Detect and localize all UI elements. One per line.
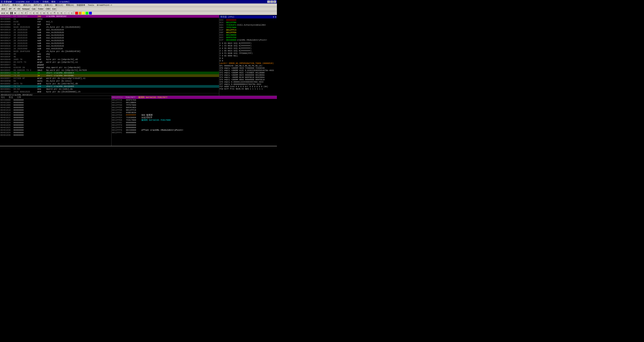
menu-item-f[interactable]: 文件(F)	[0, 4, 11, 7]
color4[interactable]	[86, 12, 88, 15]
cpu-win[interactable]: c	[50, 12, 52, 15]
stop-button[interactable]: ■	[14, 12, 16, 15]
save-button[interactable]: 保存	[0, 7, 6, 11]
disasm-row[interactable]: 0043D01F2D 2D2D2D2Dsubeax,0x2D2D2D2D	[0, 37, 219, 39]
reg-value[interactable]: 0012FFB0	[226, 21, 236, 24]
color2[interactable]	[78, 12, 82, 15]
color5[interactable]	[89, 12, 92, 15]
color1[interactable]	[75, 12, 78, 15]
exec-till-ret[interactable]: l	[29, 12, 32, 15]
dump-row[interactable]: 0040100400000000	[0, 101, 111, 104]
disassembly-pane[interactable]: 0043D000E9 5D010000jmpcrackMe.0043D16200…	[0, 15, 219, 96]
reg-value[interactable]: 0043D000	[226, 39, 236, 41]
menu-item-h[interactable]: 帮助(H)	[65, 4, 75, 7]
dump-row[interactable]: 0040102000000000	[0, 119, 111, 121]
disasm-row[interactable]: 0043D048626C65 20boundebp,qword ptr ss:[…	[0, 66, 219, 69]
dump-row[interactable]: 0043000000000000	[0, 99, 111, 101]
disasm-row[interactable]: 0043D008CD 0Dint0xD	[0, 23, 219, 26]
menu-item-i[interactable]: 选项(I)	[43, 4, 54, 7]
dump-row[interactable]: 0040103800000000	[0, 134, 111, 136]
stack-pane[interactable]: 0012FFC4 7C817077 返回到 kernel32.7C817077 …	[112, 96, 277, 146]
stack-row[interactable]: 0012FFFC00000000	[112, 131, 277, 134]
reg-value[interactable]: 7FFD7000	[226, 26, 236, 29]
disasm-row[interactable]: 0043D0242D 2D2D2D2Dsubeax,0x2D2D2D2D	[0, 39, 219, 42]
disasm-row[interactable]: 0043D057637469 6Farplword ptr ds:[ecx+eb…	[0, 77, 219, 80]
stack-row[interactable]: 0012FFD80012FFC8	[112, 109, 277, 111]
menu-item-d[interactable]: 调试(D)	[22, 4, 32, 7]
cmd-button[interactable]: CMD	[45, 7, 51, 11]
close-button[interactable]: ✕	[274, 1, 276, 3]
menu-item-v[interactable]: 查看(V)	[11, 4, 22, 7]
kernel-dbg[interactable]: k	[56, 12, 60, 15]
step-into-button[interactable]: →	[17, 12, 20, 15]
notepad-button[interactable]: Notepad	[21, 7, 30, 11]
stack-row[interactable]: 0012FFD07FFD7000	[112, 104, 277, 106]
run-trace[interactable]: r	[63, 12, 66, 15]
disasm-row[interactable]: 0043D04761popad	[0, 64, 219, 66]
disasm-row[interactable]: 0043D04C66:696C65 73 2imulbp,word ptr ss…	[0, 69, 219, 72]
disasm-row[interactable]: 0043D0102D 2D2D2D2Dsubeax,0x2D2D2D2D	[0, 29, 219, 31]
trace[interactable]: t	[39, 12, 42, 15]
pause-button[interactable]: ▐▐	[9, 12, 13, 15]
stack-row[interactable]: 0012FFF80043D000offset crackMe.<ModuleEn…	[112, 129, 277, 131]
calc-button[interactable]: Calc	[31, 7, 36, 11]
menu-item-[interactable]: 快捷菜单	[76, 4, 86, 7]
dump-row[interactable]: 0040102400000000	[0, 121, 111, 124]
disasm-row[interactable]: 0043D0380A2D 204F5269orch,byte ptr ds:[0…	[0, 50, 219, 53]
reg-value[interactable]: 005F67E0	[226, 36, 236, 39]
disasm-row[interactable]: 0043D0292D 2D2D2D2Dsubeax,0x2D2D2D2D	[0, 42, 219, 45]
disasm-row[interactable]: 0043D01A2D 2D2D2D2Dsubeax,0x2D2D2D2D	[0, 34, 219, 37]
folder-button[interactable]: Folder	[37, 7, 44, 11]
disasm-row[interactable]: 0043D03E45incebp	[0, 53, 219, 56]
stack-row[interactable]: 0012FFF000000000	[112, 124, 277, 126]
vb-button[interactable]: VB	[16, 7, 21, 11]
reg-value[interactable]: 00000000	[226, 19, 236, 21]
restart-button[interactable]: ◄◄	[0, 12, 6, 15]
breakpoints[interactable]: b	[60, 12, 63, 15]
disasm-row[interactable]: 0043D04365:6375 74arplword ptr gs:[ebp+0…	[0, 61, 219, 64]
minimize-button[interactable]: ─	[267, 1, 270, 3]
disasm-row[interactable]: 0043D05C2073 79andbyte ptr ds:[ebx+0x79]…	[0, 82, 219, 85]
menu-item-breakpoint[interactable]: BreakPoint->	[96, 4, 113, 7]
disasm-row[interactable]: 0043D05372 6Fjbshort crackMe.0043D0C4	[0, 72, 219, 74]
step-out-button[interactable]: ↺	[24, 12, 27, 15]
disasm-row[interactable]: 0043D000E9 5D010000jmpcrackMe.0043D162	[0, 15, 219, 18]
dump-row[interactable]: 0040101000000000	[0, 109, 111, 111]
exec-expr[interactable]: e	[32, 12, 35, 15]
dump-pane[interactable]: 地址 数值 注释 0043000000000000004010040000000…	[0, 96, 112, 146]
disasm-row[interactable]: 0043D0332D 202D2D0Dsubeax,0xD2D2D20	[0, 47, 219, 50]
run-button[interactable]: ►	[6, 12, 9, 15]
dump-row[interactable]: 0040101C00000000	[0, 116, 111, 119]
step-over-button[interactable]: ↻	[20, 12, 24, 15]
stack-row[interactable]: 0012FFDC8ABD3B30	[112, 111, 277, 114]
disasm-row[interactable]: 0043D00A0A2D 2D2D2D2Dorch,byte ptr ds:[0…	[0, 26, 219, 29]
dump-row[interactable]: 0040100800000000	[0, 104, 111, 106]
disasm-row[interactable]: 0043D03F4Edecesi	[0, 56, 219, 58]
menu-item-tools[interactable]: Tools	[87, 4, 96, 7]
p-button[interactable]: P	[13, 7, 16, 11]
handle[interactable]: h	[46, 12, 49, 15]
stack-row[interactable]: 0012FFD48054C6ED	[112, 106, 277, 109]
stack-row[interactable]: 0012FFE0FFFFFFFFSEH 链尾部	[112, 114, 277, 116]
color3[interactable]	[82, 12, 85, 15]
disasm-row[interactable]: 0043D063202D 0D0A2D2Dandbyte ptr ds:[0x2…	[0, 91, 219, 93]
bp-button[interactable]: BP	[8, 7, 12, 11]
dump-row[interactable]: 0040103400000000	[0, 131, 111, 134]
patch[interactable]: P	[53, 12, 56, 15]
exit-button[interactable]: Exit	[51, 7, 56, 11]
reg-value[interactable]: 0012FFC4	[226, 29, 236, 31]
reg-value[interactable]: 0012B808	[226, 34, 236, 36]
disasm-row[interactable]: 0043D05B6eoutsdx,byte ptr ds:[esi]	[0, 80, 219, 82]
reg-value[interactable]: 7C92EAFA	[226, 24, 236, 26]
watch[interactable]: w	[42, 12, 46, 15]
disasm-row[interactable]: 0043D0152D 2D2D2D2Dsubeax,0x2D2D2D2D	[0, 31, 219, 34]
menu-item-z[interactable]: 窗口(Z)	[54, 4, 64, 7]
source[interactable]: s	[70, 12, 73, 15]
disasm-row[interactable]: 0043D05F73 74jnbshort crackMe.0043D0D5	[0, 85, 219, 88]
inspect[interactable]: i	[67, 12, 70, 15]
maximize-button[interactable]: □	[270, 1, 273, 3]
disasm-row[interactable]: 0043D005CEinto	[0, 18, 219, 21]
stack-row[interactable]: 0012FFE47C839AD8SE处理程序	[112, 116, 277, 119]
reg-value[interactable]: 0012FFE0	[226, 31, 236, 34]
disasm-row[interactable]: 0043D06165:6dinsdword ptr es:[edi],dx	[0, 88, 219, 91]
